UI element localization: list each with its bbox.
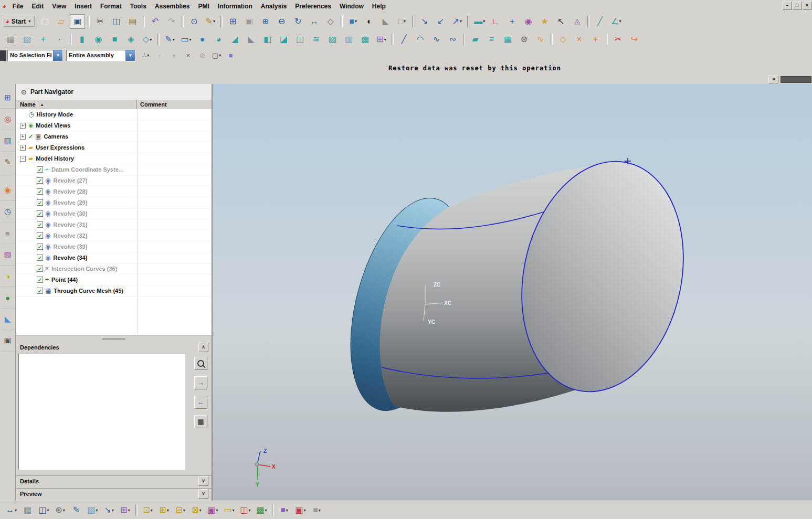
- pattern-feature-icon[interactable]: ⊞▾: [374, 32, 389, 47]
- feature-checkbox[interactable]: ✓: [37, 277, 43, 283]
- visualization-icon[interactable]: ◑: [1, 266, 15, 287]
- tree-row[interactable]: ✓▦Through Curve Mesh (45): [16, 285, 212, 296]
- dropdown-arrow-icon[interactable]: ▾: [216, 508, 218, 513]
- dropdown-arrow-icon[interactable]: ▾: [167, 508, 169, 513]
- redo-icon[interactable]: ↷: [164, 14, 179, 29]
- patch-icon[interactable]: ▨: [325, 32, 340, 47]
- wcs-origin[interactable]: [256, 463, 259, 467]
- edit-surface-icon[interactable]: ↪: [627, 32, 642, 47]
- reuse-library-icon[interactable]: ◉: [1, 179, 15, 201]
- feature-checkbox[interactable]: ✓: [37, 288, 43, 294]
- n-sided-surface-icon[interactable]: ◇: [555, 32, 571, 47]
- expand-icon[interactable]: +: [20, 134, 26, 140]
- point-tool-icon[interactable]: ∙: [52, 32, 67, 47]
- dropdown-arrow-icon[interactable]: ▾: [355, 19, 357, 24]
- tree-item-label[interactable]: Model Views: [36, 122, 70, 129]
- menu-preferences[interactable]: Preferences: [291, 1, 335, 12]
- tree-item-label[interactable]: Revolve (27): [53, 177, 87, 184]
- tree-row[interactable]: ✓◉Revolve (27): [16, 175, 212, 186]
- column-header-name[interactable]: Name ▲: [16, 100, 137, 109]
- menu-edit[interactable]: Edit: [28, 1, 48, 12]
- menu-pmi[interactable]: PMI: [194, 1, 214, 12]
- offset-surface-icon[interactable]: ▥: [341, 32, 356, 47]
- through-curve-mesh-icon[interactable]: ▦: [500, 32, 515, 47]
- edge-blend-icon[interactable]: ●: [195, 32, 210, 47]
- dropdown-arrow-icon[interactable]: ▾: [199, 508, 202, 513]
- dependencies-back-button[interactable]: ←: [194, 396, 207, 409]
- dropdown-arrow-icon[interactable]: ▾: [319, 508, 321, 513]
- expand-panel-button[interactable]: ∨: [198, 476, 208, 486]
- palette-icon[interactable]: ▨: [1, 244, 15, 266]
- groove-icon[interactable]: ◫▾: [238, 503, 253, 517]
- datum-plane-bottom-icon[interactable]: ▧▾: [85, 503, 100, 517]
- part-navigator-icon[interactable]: ▥: [1, 130, 15, 152]
- tree-row[interactable]: ✓+Point (44): [16, 274, 212, 285]
- tree-item-label[interactable]: Revolve (29): [53, 199, 87, 206]
- menu-help[interactable]: Help: [368, 1, 390, 12]
- thicken-icon[interactable]: ▩: [357, 32, 373, 47]
- measure-angle-icon[interactable]: ∠▾: [608, 14, 624, 29]
- tree-item-label[interactable]: Datum Coordinate Syste...: [51, 166, 123, 173]
- tree-row[interactable]: ✓◉Revolve (30): [16, 208, 212, 219]
- collapse-panel-button[interactable]: ∧: [198, 343, 208, 352]
- line-icon[interactable]: ╱: [396, 32, 412, 47]
- feature-checkbox[interactable]: ✓: [37, 266, 43, 272]
- menu-file[interactable]: File: [8, 1, 28, 12]
- web-browser-icon[interactable]: ≡: [1, 223, 15, 244]
- export-geometry-icon[interactable]: ↘▾: [101, 503, 117, 517]
- undo-icon[interactable]: ↶: [147, 14, 163, 29]
- close-button[interactable]: ×: [803, 2, 811, 10]
- selection-filter-combo[interactable]: No Selection Fi ▼: [7, 50, 63, 61]
- datum-plane-icon[interactable]: ▧: [19, 32, 35, 47]
- menu-information[interactable]: Information: [214, 1, 257, 12]
- snap-midpoint-icon[interactable]: ◦: [167, 49, 181, 61]
- sew-icon[interactable]: ≋: [309, 32, 324, 47]
- tree-item-label[interactable]: History Mode: [36, 111, 73, 118]
- paste-icon[interactable]: ▤: [125, 14, 140, 29]
- command-finder-icon[interactable]: ✎▾: [203, 14, 218, 29]
- dropdown-arrow-icon[interactable]: ▾: [233, 508, 235, 513]
- dependencies-search-button[interactable]: [194, 357, 207, 370]
- tree-row[interactable]: +▰User Expressions: [16, 142, 212, 153]
- split-body-icon[interactable]: ◫: [292, 32, 308, 47]
- tree-row[interactable]: ✓◉Revolve (32): [16, 230, 212, 241]
- z-axis[interactable]: [257, 451, 260, 464]
- tree-row[interactable]: ✓◉Revolve (28): [16, 186, 212, 197]
- menu-tools[interactable]: Tools: [126, 1, 151, 12]
- material-analysis-icon[interactable]: ◬: [570, 14, 585, 29]
- move-component-icon[interactable]: ↔▾: [4, 503, 19, 517]
- ruled-surface-icon[interactable]: ▰: [468, 32, 483, 47]
- zoom-box-icon[interactable]: ▣: [241, 14, 257, 29]
- expand-icon[interactable]: +: [20, 123, 26, 129]
- dropdown-arrow-icon[interactable]: ▾: [460, 19, 462, 24]
- snap-end-point-icon[interactable]: ∙: [153, 49, 166, 61]
- start-menu-button[interactable]: ◕ Start ▾: [3, 16, 35, 27]
- feature-checkbox[interactable]: ✓: [37, 255, 43, 261]
- measure-distance-icon[interactable]: ╱: [592, 14, 607, 29]
- copy-icon[interactable]: ◫: [109, 14, 124, 29]
- background-color-icon[interactable]: □▾: [394, 14, 409, 29]
- tree-item-label[interactable]: Revolve (33): [53, 243, 87, 250]
- high-quality-image-icon[interactable]: ◉: [521, 14, 536, 29]
- column-header-comment[interactable]: Comment: [137, 100, 212, 109]
- preview-section-header[interactable]: Preview ∨: [16, 488, 212, 499]
- operation-navigator-icon[interactable]: ✎: [1, 152, 15, 173]
- save-icon[interactable]: ▣: [70, 14, 85, 29]
- dropdown-arrow-icon[interactable]: ▾: [304, 508, 306, 513]
- rectangle-tool-icon[interactable]: ▭▾: [178, 32, 194, 47]
- selection-cursor-icon[interactable]: ↖: [553, 14, 568, 29]
- dropdown-arrow-icon[interactable]: ▾: [151, 508, 153, 513]
- hole-icon[interactable]: ⊡▾: [140, 503, 155, 517]
- tree-row[interactable]: ✓×Intersection Curves (36): [16, 263, 212, 274]
- tree-row[interactable]: ✓+Datum Coordinate Syste...: [16, 164, 212, 175]
- i-form-icon[interactable]: +: [588, 32, 603, 47]
- boss-icon[interactable]: ⊞▾: [156, 503, 172, 517]
- dependencies-list[interactable]: [18, 354, 185, 470]
- visual-effects-icon[interactable]: ★: [537, 14, 552, 29]
- feature-checkbox[interactable]: ✓: [37, 232, 43, 239]
- tree-item-label[interactable]: Revolve (32): [53, 232, 87, 239]
- dropdown-arrow-icon[interactable]: ▾: [150, 37, 152, 42]
- open-icon[interactable]: ▱: [54, 14, 69, 29]
- shaded-toggle-icon[interactable]: ■: [224, 49, 237, 61]
- roles-icon[interactable]: ●: [1, 287, 15, 309]
